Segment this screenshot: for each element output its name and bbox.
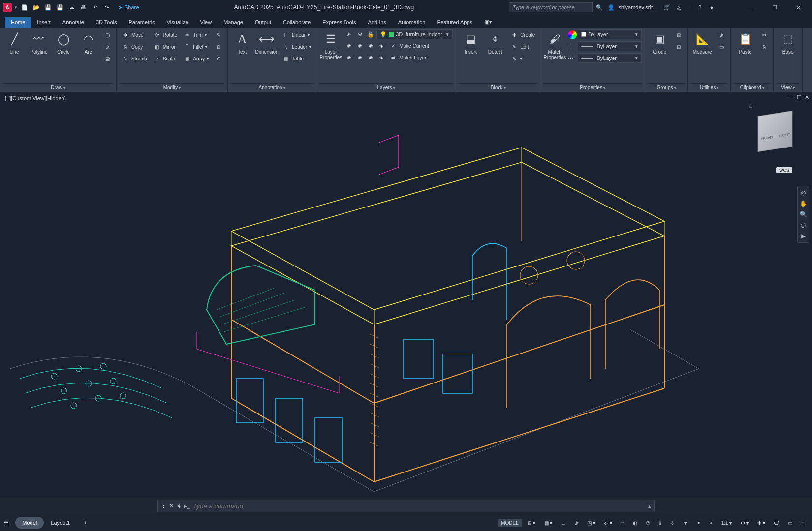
group-ex2[interactable]: ⊟ [673, 41, 685, 52]
draw-misc2[interactable]: ⊙ [101, 41, 113, 52]
tab-automation[interactable]: Automation [392, 17, 432, 28]
table-button[interactable]: ▦Table [280, 53, 313, 64]
panel-block-label[interactable]: Block [459, 83, 537, 92]
undo-icon[interactable]: ↶ [91, 2, 100, 12]
status-annoscale-icon[interactable]: ⍏ [707, 519, 716, 527]
search-icon[interactable]: 🔍 [594, 2, 604, 12]
dimension-button[interactable]: ⟷Dimension [255, 30, 278, 70]
panel-draw-label[interactable]: Draw [3, 83, 113, 92]
panel-properties-label[interactable]: Properties [543, 83, 642, 92]
status-snap-icon[interactable]: ▦ ▾ [541, 519, 556, 527]
apps-icon[interactable]: ◬ [674, 2, 684, 12]
open-icon[interactable]: 📂 [31, 2, 41, 12]
status-gizmo-icon[interactable]: ✦ [694, 519, 704, 527]
status-cycle-icon[interactable]: ⟳ [643, 519, 653, 527]
matchlayer-button[interactable]: ⇄Match Layer [387, 52, 428, 63]
base-button[interactable]: ⬚Base [777, 30, 799, 70]
new-icon[interactable]: 📄 [20, 2, 30, 12]
cmd-expand-icon[interactable]: ▴ [648, 503, 651, 509]
webmobile-icon[interactable]: ☁ [67, 2, 77, 12]
layer-h3[interactable]: ◈ [366, 52, 375, 62]
circle-button[interactable]: ◯Circle [52, 30, 75, 70]
makecurrent-button[interactable]: ✔Make Current [387, 40, 431, 51]
layerprops-button[interactable]: ☰LayerProperties [319, 30, 342, 70]
saveas-icon[interactable]: 💾 [55, 2, 65, 12]
panel-view-label[interactable]: View [777, 83, 799, 92]
status-ortho-icon[interactable]: ⊥ [558, 519, 568, 527]
measure-button[interactable]: 📐Measure [691, 30, 714, 70]
viewport[interactable]: [–][Custom View][Hidden] — ☐ ✕ ⌂ FRONT R… [0, 92, 812, 498]
cmd-close-icon[interactable]: ✕ [169, 503, 174, 509]
app-badge[interactable]: A [3, 3, 12, 12]
editattr-button[interactable]: ✎▾ [508, 53, 537, 64]
tab-collaborate[interactable]: Collaborate [277, 17, 316, 28]
redo-icon[interactable]: ↷ [102, 2, 112, 12]
layer-h2[interactable]: ◈ [355, 52, 365, 62]
status-trans-icon[interactable]: ◐ [630, 519, 640, 527]
status-3dosnap-icon[interactable]: ⟠ [656, 519, 664, 527]
modify-ext3[interactable]: ∈ [213, 53, 224, 64]
mirror-button[interactable]: ◧Mirror [151, 41, 179, 52]
maximize-button[interactable]: ☐ [764, 0, 785, 15]
status-plus-icon[interactable]: ✚ ▾ [754, 519, 768, 527]
status-lw-icon[interactable]: ≡ [618, 519, 627, 527]
rotate-button[interactable]: ⟳Rotate [151, 30, 179, 40]
layer-g1[interactable]: ◈ [344, 40, 354, 50]
tab-view[interactable]: View [194, 17, 218, 28]
layer-h1[interactable]: ◈ [344, 52, 354, 62]
modify-ext1[interactable]: ✎ [213, 30, 224, 40]
fillet-button[interactable]: ⌒Fillet ▾ [181, 41, 211, 52]
arc-button[interactable]: ◠Arc [77, 30, 99, 70]
draw-misc1[interactable]: ▢ [101, 30, 113, 40]
status-gear-icon[interactable]: ⚙ ▾ [738, 519, 752, 527]
linetype-dropdown[interactable]: ───ByLayer▼ [578, 53, 642, 63]
insert-button[interactable]: ⬓Insert [459, 30, 482, 70]
qat-dropdown-icon[interactable]: ▼ [14, 5, 18, 10]
edit-button[interactable]: ✎Edit [508, 41, 537, 52]
minimize-button[interactable]: — [740, 0, 762, 15]
status-osnap-icon[interactable]: ◇ ▾ [601, 519, 615, 527]
stretch-button[interactable]: ⇲Stretch [120, 53, 149, 64]
command-line[interactable]: ⋮ ✕ ↯ ▸_ ▴ [157, 500, 655, 512]
cut-button[interactable]: ✂ [758, 30, 770, 40]
tab-home[interactable]: Home [5, 17, 31, 28]
move-button[interactable]: ✥Move [120, 30, 149, 40]
cart-icon[interactable]: 🛒 [662, 2, 672, 12]
status-scale[interactable]: 1:1 ▾ [718, 519, 735, 527]
tab-3dtools[interactable]: 3D Tools [90, 17, 123, 28]
tab-visualize[interactable]: Visualize [161, 17, 194, 28]
status-dynui-icon[interactable]: ⊹ [667, 519, 677, 527]
tab-featured[interactable]: Featured Apps [431, 17, 478, 28]
panel-annotation-label[interactable]: Annotation [231, 83, 313, 92]
matchprops-button[interactable]: 🖌MatchProperties [543, 30, 566, 70]
search-input[interactable]: Type a keyword or phrase [509, 2, 593, 12]
lineweight-icon[interactable]: ≡ [568, 44, 577, 50]
linetype-icon[interactable]: ⋯ [568, 56, 577, 62]
cmd-customize-icon[interactable]: ↯ [177, 503, 181, 509]
lineweight-dropdown[interactable]: ───ByLayer▼ [578, 41, 642, 51]
save-icon[interactable]: 💾 [43, 2, 53, 12]
scale-button[interactable]: ⤢Scale [151, 53, 179, 64]
tab-annotate[interactable]: Annotate [57, 17, 90, 28]
status-model[interactable]: MODEL [498, 519, 522, 527]
tab-addins[interactable]: Add-ins [362, 17, 392, 28]
layer-tool3[interactable]: 🔒 [366, 30, 375, 39]
layout-add-button[interactable]: + [77, 517, 94, 529]
panel-modify-label[interactable]: Modify [120, 83, 224, 92]
layer-tool2[interactable]: ❄ [355, 30, 365, 39]
user-icon[interactable]: 👤 [606, 2, 616, 12]
status-filter-icon[interactable]: ▼ [680, 519, 691, 527]
modify-ext2[interactable]: ⊡ [213, 41, 224, 52]
color-wheel-icon[interactable] [568, 30, 577, 39]
layer-tool1[interactable]: ☀ [344, 30, 354, 39]
layer-h4[interactable]: ◈ [376, 52, 386, 62]
layout-tab-layout1[interactable]: Layout1 [44, 517, 77, 529]
layer-g3[interactable]: ◈ [366, 40, 375, 50]
tab-parametric[interactable]: Parametric [123, 17, 161, 28]
tab-express[interactable]: Express Tools [316, 17, 362, 28]
menu-icon[interactable]: ≡ [4, 518, 8, 527]
leader-button[interactable]: ↘Leader ▾ [280, 41, 313, 52]
util-ex1[interactable]: ⊕ [716, 30, 727, 40]
status-polar-icon[interactable]: ⊕ [571, 519, 581, 527]
close-button[interactable]: ✕ [787, 0, 809, 15]
